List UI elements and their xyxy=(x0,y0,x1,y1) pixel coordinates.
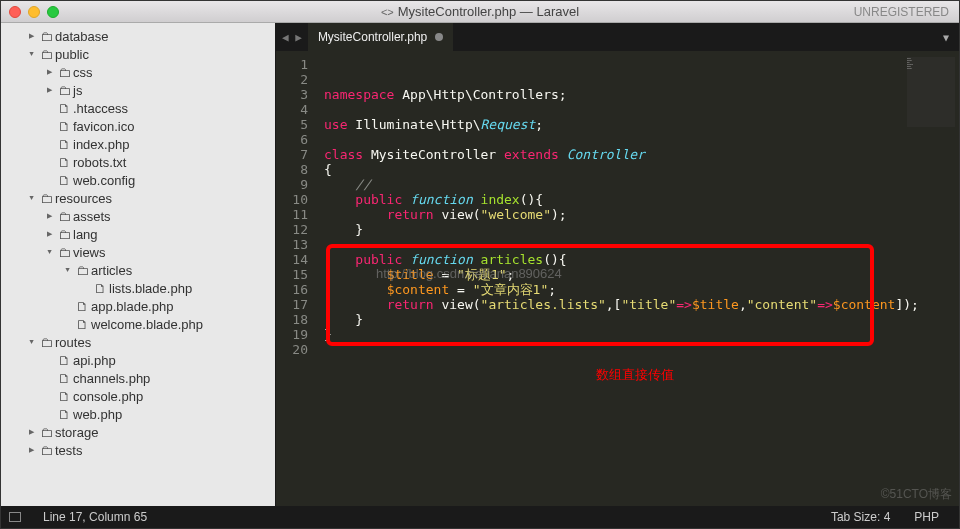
disclosure-arrow-icon[interactable] xyxy=(25,427,37,437)
folder-icon xyxy=(37,443,55,458)
disclosure-arrow-icon[interactable] xyxy=(43,211,55,221)
tree-label: index.php xyxy=(73,137,129,152)
line-gutter[interactable]: 1234567891011121314151617181920 xyxy=(276,51,318,506)
file-icon xyxy=(55,353,73,368)
tree-item-console-php[interactable]: console.php xyxy=(1,387,275,405)
title-text: MysiteController.php — Laravel xyxy=(398,4,579,19)
disclosure-arrow-icon[interactable] xyxy=(25,337,37,347)
status-bar[interactable]: Line 17, Column 65 Tab Size: 4 PHP xyxy=(1,506,959,528)
tree-item-app-blade-php[interactable]: app.blade.php xyxy=(1,297,275,315)
tree-label: public xyxy=(55,47,89,62)
tree-item-index-php[interactable]: index.php xyxy=(1,135,275,153)
tree-item-channels-php[interactable]: channels.php xyxy=(1,369,275,387)
tree-label: console.php xyxy=(73,389,143,404)
tab-bar[interactable]: ◀ ▶ MysiteController.php ▼ xyxy=(276,23,959,51)
window-title: <>MysiteController.php — Laravel xyxy=(1,4,959,19)
corner-watermark: ©51CTO博客 xyxy=(881,486,952,503)
file-icon xyxy=(55,407,73,422)
tree-label: web.config xyxy=(73,173,135,188)
folder-icon xyxy=(37,191,55,206)
tree-label: routes xyxy=(55,335,91,350)
editor-pane: ◀ ▶ MysiteController.php ▼ 1234567891011… xyxy=(275,23,959,506)
disclosure-arrow-icon[interactable] xyxy=(25,31,37,41)
tree-label: app.blade.php xyxy=(91,299,173,314)
tree-item-favicon-ico[interactable]: favicon.ico xyxy=(1,117,275,135)
tree-label: web.php xyxy=(73,407,122,422)
tree-item-web-config[interactable]: web.config xyxy=(1,171,275,189)
panel-toggle-icon[interactable] xyxy=(9,512,21,522)
tree-item-api-php[interactable]: api.php xyxy=(1,351,275,369)
tree-item-css[interactable]: css xyxy=(1,63,275,81)
folder-icon xyxy=(73,263,91,278)
code-content[interactable]: namespace App\Http\Controllers; use Illu… xyxy=(318,51,959,506)
folder-icon xyxy=(55,83,73,98)
annotation-text: 数组直接传值 xyxy=(596,366,674,384)
tab-label: MysiteController.php xyxy=(318,30,427,44)
file-icon xyxy=(55,137,73,152)
disclosure-arrow-icon[interactable] xyxy=(43,85,55,95)
folder-icon xyxy=(37,335,55,350)
tree-item-views[interactable]: views xyxy=(1,243,275,261)
file-icon xyxy=(55,101,73,116)
tree-item-tests[interactable]: tests xyxy=(1,441,275,459)
disclosure-arrow-icon[interactable] xyxy=(25,193,37,203)
folder-icon xyxy=(55,209,73,224)
folder-icon xyxy=(37,47,55,62)
tree-label: storage xyxy=(55,425,98,440)
tree-label: css xyxy=(73,65,93,80)
tree-item-welcome-blade-php[interactable]: welcome.blade.php xyxy=(1,315,275,333)
folder-icon xyxy=(55,245,73,260)
tree-item--htaccess[interactable]: .htaccess xyxy=(1,99,275,117)
tree-label: resources xyxy=(55,191,112,206)
file-icon xyxy=(73,299,91,314)
disclosure-arrow-icon[interactable] xyxy=(43,67,55,77)
tree-item-assets[interactable]: assets xyxy=(1,207,275,225)
disclosure-arrow-icon[interactable] xyxy=(61,265,73,275)
disclosure-arrow-icon[interactable] xyxy=(25,445,37,455)
code-area[interactable]: 1234567891011121314151617181920 namespac… xyxy=(276,51,959,506)
tree-item-articles[interactable]: articles xyxy=(1,261,275,279)
tree-item-web-php[interactable]: web.php xyxy=(1,405,275,423)
tree-label: articles xyxy=(91,263,132,278)
language-mode[interactable]: PHP xyxy=(902,510,951,524)
tab-menu-icon[interactable]: ▼ xyxy=(933,23,959,51)
tree-item-public[interactable]: public xyxy=(1,45,275,63)
tree-label: favicon.ico xyxy=(73,119,134,134)
disclosure-arrow-icon[interactable] xyxy=(43,229,55,239)
minimap[interactable]: ▬▬▬▬▬▬▬▬▬▬▬▬▬▬▬▬▬▬▬▬▬ xyxy=(907,57,955,127)
tree-label: tests xyxy=(55,443,82,458)
main-area: databasepubliccssjs.htaccessfavicon.icoi… xyxy=(1,23,959,506)
app-window: <>MysiteController.php — Laravel UNREGIS… xyxy=(0,0,960,529)
tree-label: assets xyxy=(73,209,111,224)
file-icon xyxy=(55,371,73,386)
tree-label: .htaccess xyxy=(73,101,128,116)
folder-icon xyxy=(37,425,55,440)
tree-item-lang[interactable]: lang xyxy=(1,225,275,243)
tree-item-storage[interactable]: storage xyxy=(1,423,275,441)
tab-size[interactable]: Tab Size: 4 xyxy=(819,510,902,524)
tree-item-resources[interactable]: resources xyxy=(1,189,275,207)
cursor-position[interactable]: Line 17, Column 65 xyxy=(31,510,159,524)
disclosure-arrow-icon[interactable] xyxy=(43,247,55,257)
disclosure-arrow-icon[interactable] xyxy=(25,49,37,59)
file-icon: <> xyxy=(381,6,394,18)
folder-icon xyxy=(55,227,73,242)
tree-item-lists-blade-php[interactable]: lists.blade.php xyxy=(1,279,275,297)
file-icon xyxy=(55,389,73,404)
tree-label: channels.php xyxy=(73,371,150,386)
nav-buttons[interactable]: ◀ ▶ xyxy=(276,23,308,51)
file-icon xyxy=(55,173,73,188)
tree-label: views xyxy=(73,245,106,260)
tree-item-database[interactable]: database xyxy=(1,27,275,45)
file-tree[interactable]: databasepubliccssjs.htaccessfavicon.icoi… xyxy=(1,23,275,506)
tab-active[interactable]: MysiteController.php xyxy=(308,23,454,51)
tree-item-routes[interactable]: routes xyxy=(1,333,275,351)
tree-label: database xyxy=(55,29,109,44)
tree-item-js[interactable]: js xyxy=(1,81,275,99)
tree-item-robots-txt[interactable]: robots.txt xyxy=(1,153,275,171)
file-icon xyxy=(91,281,109,296)
tree-label: lists.blade.php xyxy=(109,281,192,296)
folder-icon xyxy=(37,29,55,44)
titlebar[interactable]: <>MysiteController.php — Laravel UNREGIS… xyxy=(1,1,959,23)
file-icon xyxy=(73,317,91,332)
